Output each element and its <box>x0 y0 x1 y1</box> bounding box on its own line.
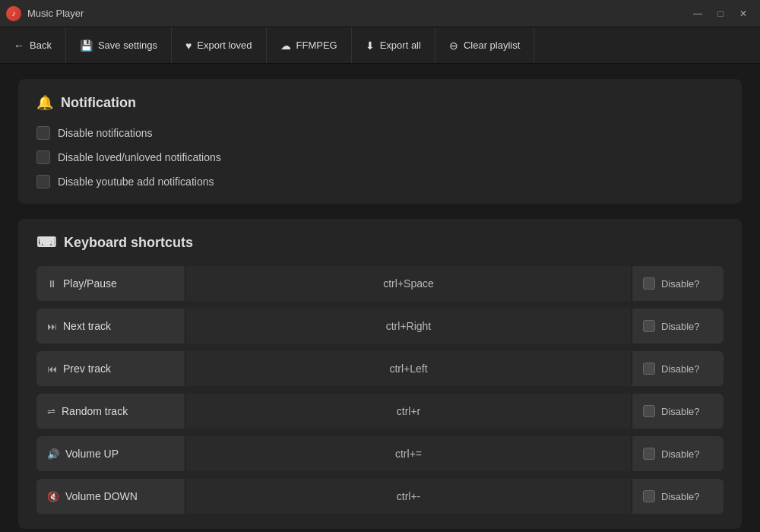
disable-youtube-checkbox[interactable] <box>36 175 50 188</box>
volume-up-disable-label: Disable? <box>661 448 700 460</box>
volume-down-action[interactable]: 🔇 Volume DOWN <box>36 479 185 514</box>
play-pause-disable-checkbox[interactable] <box>643 277 655 290</box>
notification-section: 🔔 Notification Disable notifications Dis… <box>18 79 742 204</box>
disable-youtube-row: Disable youtube add notifications <box>36 175 724 188</box>
volume-down-icon: 🔇 <box>47 491 59 502</box>
disable-notifications-label: Disable notifications <box>58 127 153 139</box>
toolbar: ← Back 💾 Save settings ♥ Export loved ☁ … <box>0 27 760 64</box>
shortcut-random-track: ⇌ Random track ctrl+r Disable? <box>36 394 724 429</box>
shortcut-play-pause: ⏸ Play/Pause ctrl+Space Disable? <box>36 266 724 301</box>
close-button[interactable]: ✕ <box>733 5 754 23</box>
next-track-key[interactable]: ctrl+Right <box>185 309 632 344</box>
minimize-button[interactable]: — <box>687 5 708 23</box>
volume-down-label: Volume DOWN <box>65 490 138 502</box>
notification-icon: 🔔 <box>36 94 53 111</box>
window-controls: — □ ✕ <box>687 5 754 23</box>
shortcut-volume-up: 🔊 Volume UP ctrl+= Disable? <box>36 436 724 471</box>
random-track-disable-checkbox[interactable] <box>643 405 655 417</box>
back-button[interactable]: ← Back <box>0 27 66 63</box>
next-track-label: Next track <box>63 320 111 332</box>
export-all-button[interactable]: ⬇ Export all <box>352 27 435 63</box>
volume-up-key[interactable]: ctrl+= <box>185 436 632 471</box>
volume-up-label: Volume UP <box>65 448 119 460</box>
random-track-label: Random track <box>62 405 128 417</box>
random-track-disable: Disable? <box>632 394 724 429</box>
play-pause-key[interactable]: ctrl+Space <box>185 266 632 301</box>
download-icon: ⬇ <box>366 40 375 52</box>
export-loved-button[interactable]: ♥ Export loved <box>172 27 267 63</box>
next-track-icon: ⏭ <box>47 321 57 332</box>
save-settings-button[interactable]: 💾 Save settings <box>66 27 172 63</box>
export-all-label: Export all <box>380 40 421 51</box>
disable-notifications-row: Disable notifications <box>36 126 724 140</box>
export-loved-label: Export loved <box>197 40 252 51</box>
ffmpeg-label: FFMPEG <box>296 40 337 51</box>
keyboard-section: ⌨ Keyboard shortcuts ⏸ Play/Pause ctrl+S… <box>18 219 742 529</box>
disable-loved-label: Disable loved/unloved notifications <box>58 151 221 163</box>
save-icon: 💾 <box>80 40 93 52</box>
volume-down-key[interactable]: ctrl+- <box>185 479 632 514</box>
keyboard-icon: ⌨ <box>36 234 56 251</box>
app-title: Music Player <box>27 8 84 19</box>
clear-playlist-button[interactable]: ⊖ Clear playlist <box>435 27 534 63</box>
volume-up-disable: Disable? <box>632 436 724 471</box>
random-track-icon: ⇌ <box>47 406 55 417</box>
prev-track-action[interactable]: ⏮ Prev track <box>36 351 185 386</box>
save-label: Save settings <box>98 40 157 51</box>
ffmpeg-button[interactable]: ☁ FFMPEG <box>267 27 352 63</box>
disable-notifications-checkbox[interactable] <box>36 126 50 140</box>
shortcut-volume-down: 🔇 Volume DOWN ctrl+- Disable? <box>36 479 724 514</box>
notification-header: 🔔 Notification <box>36 94 724 111</box>
cloud-icon: ☁ <box>280 40 291 52</box>
heart-icon: ♥ <box>185 40 192 52</box>
play-pause-disable-label: Disable? <box>661 278 700 290</box>
disable-loved-row: Disable loved/unloved notifications <box>36 150 724 164</box>
title-bar-left: ♪ Music Player <box>6 6 84 21</box>
app-icon: ♪ <box>6 6 21 21</box>
play-pause-icon: ⏸ <box>47 278 57 290</box>
next-track-disable-label: Disable? <box>661 321 700 332</box>
volume-down-disable-label: Disable? <box>661 491 700 502</box>
back-label: Back <box>30 40 52 51</box>
volume-down-disable: Disable? <box>632 479 724 514</box>
disable-youtube-label: Disable youtube add notifications <box>58 176 214 188</box>
content-area: 🔔 Notification Disable notifications Dis… <box>0 64 760 532</box>
prev-track-disable-label: Disable? <box>661 363 700 375</box>
notification-title: Notification <box>61 95 136 111</box>
volume-up-disable-checkbox[interactable] <box>643 448 655 460</box>
play-pause-action[interactable]: ⏸ Play/Pause <box>36 266 185 301</box>
prev-track-disable-checkbox[interactable] <box>643 363 655 375</box>
title-bar: ♪ Music Player — □ ✕ <box>0 0 760 27</box>
prev-track-key[interactable]: ctrl+Left <box>185 351 632 386</box>
play-pause-disable: Disable? <box>632 266 724 301</box>
prev-track-label: Prev track <box>63 363 111 375</box>
random-track-action[interactable]: ⇌ Random track <box>36 394 185 429</box>
random-track-key[interactable]: ctrl+r <box>185 394 632 429</box>
next-track-action[interactable]: ⏭ Next track <box>36 309 185 344</box>
next-track-disable-checkbox[interactable] <box>643 320 655 332</box>
volume-up-action[interactable]: 🔊 Volume UP <box>36 436 185 471</box>
shortcut-next-track: ⏭ Next track ctrl+Right Disable? <box>36 309 724 344</box>
clear-icon: ⊖ <box>449 40 458 52</box>
keyboard-header: ⌨ Keyboard shortcuts <box>36 234 724 251</box>
random-track-disable-label: Disable? <box>661 406 700 417</box>
keyboard-title: Keyboard shortcuts <box>64 235 193 251</box>
volume-up-icon: 🔊 <box>47 448 59 460</box>
clear-label: Clear playlist <box>464 40 520 51</box>
prev-track-icon: ⏮ <box>47 363 57 375</box>
volume-down-disable-checkbox[interactable] <box>643 490 655 502</box>
play-pause-label: Play/Pause <box>63 277 117 290</box>
prev-track-disable: Disable? <box>632 351 724 386</box>
shortcut-prev-track: ⏮ Prev track ctrl+Left Disable? <box>36 351 724 386</box>
disable-loved-checkbox[interactable] <box>36 150 50 164</box>
back-icon: ← <box>14 40 24 52</box>
maximize-button[interactable]: □ <box>710 5 731 23</box>
next-track-disable: Disable? <box>632 309 724 344</box>
